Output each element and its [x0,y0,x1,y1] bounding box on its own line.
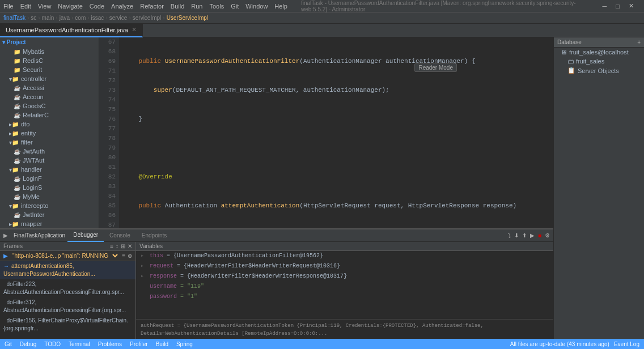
frame-filter-icon[interactable]: ≡ [110,243,113,249]
menu-tools[interactable]: Tools [209,3,224,10]
sidebar-item-handler[interactable]: ▾📁handler [0,165,99,174]
menu-window[interactable]: Window [245,3,268,10]
breadcrumb-sep: › [105,15,107,21]
frame-item-3[interactable]: doFilter156, FilterChainProxy$VirtualFil… [0,316,135,334]
tab-endpoints[interactable]: Endpoints [136,229,172,242]
menu-run[interactable]: Run [191,3,202,10]
breadcrumb-item[interactable]: sc [31,15,36,21]
menu-code[interactable]: Code [90,3,104,10]
breadcrumb-item[interactable]: java [60,15,70,21]
sidebar-item-accoun[interactable]: ☕Accoun [5,92,99,101]
menu-view[interactable]: View [38,3,52,10]
sidebar-item-loginf[interactable]: ☕LoginF [5,174,99,183]
menu-git[interactable]: Git [231,3,239,10]
file-icon: ☕ [14,194,20,200]
tab-debugger[interactable]: Debugger [67,229,104,242]
folder-icon: ▾📁 [9,203,19,209]
breadcrumb-item[interactable]: issac [91,15,104,21]
debug-resume-icon[interactable]: ▶ [530,232,535,239]
status-todo[interactable]: TODO [44,341,61,347]
debug-settings-icon[interactable]: ⚙ [545,232,550,239]
status-profiler[interactable]: Profiler [130,341,148,347]
sidebar-item-entity[interactable]: ▸📁entity [0,129,99,138]
frame-expand-icon[interactable]: ⊞ [121,243,125,249]
tab-console[interactable]: Console [104,229,136,242]
sidebar-item-logins[interactable]: ☕LoginS [5,183,99,192]
minimize-button[interactable]: ─ [603,3,607,10]
database-panel: Database + 🖥 fruit_sales@localhost 🗃 fru… [553,37,644,339]
menu-edit[interactable]: Edit [20,3,31,10]
menu-build[interactable]: Build [171,3,184,10]
breadcrumb-item[interactable]: service [109,15,128,21]
sidebar-item-security[interactable]: 📁Securit [5,65,99,74]
debug-step-into-icon[interactable]: ⬇ [514,232,519,239]
var-item-username[interactable]: ▸ username = "119" [136,282,553,292]
sidebar-item-dto[interactable]: ▸📁dto [0,120,99,129]
status-git[interactable]: Git [5,341,12,347]
frame-item-2[interactable]: doFilter312, AbstractAuthenticationProce… [0,297,135,316]
db-item-server-objects[interactable]: 📋 Server Objects [554,66,644,75]
debug-step-out-icon[interactable]: ⬆ [522,232,527,239]
sidebar-item-mybatis[interactable]: 📁Mybatis [5,47,99,56]
code-line-72: public Authentication attemptAuthenticat… [124,201,553,211]
tab-filter-file[interactable]: UsernamePasswordAuthenticationFilter.jav… [0,24,143,37]
debug-run-icon[interactable]: ▶ [0,232,11,239]
sidebar-item-mapper[interactable]: ▸📁mapper [0,219,99,228]
sidebar-item-intercepto[interactable]: ▾📁intercepto [0,201,99,210]
var-item-password[interactable]: ▸ password = "1" [136,292,553,302]
database-icon: 🗃 [567,58,574,65]
menu-file[interactable]: File [3,3,14,10]
thread-selector[interactable]: "http-nio-8081-e...p "main": RUNNING [10,252,120,259]
expand-request-icon[interactable]: ▸ [141,263,144,269]
frame-sort-icon[interactable]: ↕ [116,243,118,249]
menu-help[interactable]: Help [274,3,287,10]
var-item-response[interactable]: ▸ response = {HeaderWriterFilter$HeaderW… [136,271,553,282]
debug-stop-icon[interactable]: ■ [538,232,541,239]
expand-this-icon[interactable]: ▸ [141,253,144,259]
expand-response-icon[interactable]: ▸ [141,273,144,279]
breadcrumb-item[interactable]: com [75,15,86,21]
tab-close-icon[interactable]: ✕ [132,26,137,33]
status-terminal[interactable]: Terminal [69,341,90,347]
sidebar-item-filter[interactable]: ▾📁filter [0,138,99,147]
status-event-log[interactable]: Event Log [614,341,639,347]
frame-item-1[interactable]: doFilter223, AbstractAuthenticationProce… [0,279,135,297]
breadcrumb-item[interactable]: main [42,15,54,21]
sidebar-item-goods[interactable]: ☕GoodsC [5,101,99,110]
var-item-request[interactable]: ▸ request = {HeaderWriterFilter$HeaderWr… [136,261,553,271]
breadcrumb-item[interactable]: finalTask [3,15,26,21]
thread-filter-icon[interactable]: ≡ [122,253,125,259]
sidebar-item-accessi[interactable]: ☕Accessi [5,83,99,92]
sidebar-item-retailer[interactable]: ☕RetailerC [5,110,99,120]
sidebar-item-myme[interactable]: ☕MyMe [5,192,99,201]
frame-item-0[interactable]: →attemptAuthentication85, UsernamePasswo… [0,261,135,279]
database-add-icon[interactable]: + [637,39,641,45]
status-debug[interactable]: Debug [20,341,36,347]
sidebar-item-jwtauth[interactable]: ☕JwtAuth [5,147,99,156]
thread-expand2-icon[interactable]: ⊕ [128,253,132,259]
sidebar-item-jwtaut[interactable]: ☕JWTAut [5,156,99,165]
menu-navigate[interactable]: Navigate [58,3,82,10]
db-item-fruit-sales[interactable]: 🗃 fruit_sales [554,57,644,66]
debug-step-over-icon[interactable]: ⤵ [508,232,511,239]
maximize-button[interactable]: □ [616,3,620,10]
sidebar-header[interactable]: ▾ Project [0,37,99,47]
reader-mode-button[interactable]: Reader Mode [414,63,457,72]
sidebar-item-jwtinter[interactable]: ☕JwtInter [5,210,99,219]
status-build[interactable]: Build [156,341,168,347]
sidebar-item-controller[interactable]: ▾📁controller [0,74,99,83]
menu-refactor[interactable]: Refactor [140,3,164,10]
db-item-server[interactable]: 🖥 fruit_sales@localhost [554,48,644,57]
frame-close-icon[interactable]: ✕ [128,243,132,249]
close-button[interactable]: ✕ [629,2,634,10]
server-icon: 🖥 [561,49,567,56]
breadcrumb-item[interactable]: serviceImpl [133,15,162,21]
breadcrumb-item[interactable]: UserServiceImpl [167,15,208,21]
status-spring[interactable]: Spring [176,341,193,347]
status-problems[interactable]: Problems [98,341,122,347]
breadcrumb-sep: › [87,15,89,21]
menu-analyze[interactable]: Analyze [111,3,133,10]
sidebar-item-redisc[interactable]: 📁RedisC [5,56,99,65]
folder-icon: ▾📁 [9,76,19,82]
var-item-this[interactable]: ▸ this = {UsernamePasswordAuthentication… [136,251,553,261]
